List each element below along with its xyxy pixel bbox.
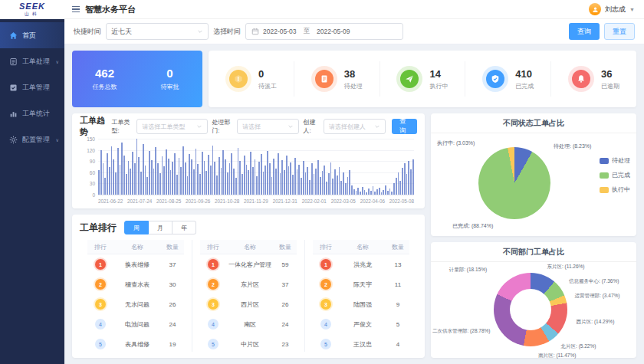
bar	[303, 161, 304, 195]
date-range-picker[interactable]: 2022-05-03 至 2022-05-09	[245, 23, 403, 40]
legend-item-待处理[interactable]: 待处理	[600, 156, 630, 165]
user-menu[interactable]: 刘志成 ▼	[589, 3, 635, 15]
select-placeholder: 请选择创建人	[329, 123, 366, 131]
bar	[396, 178, 397, 195]
donut-label: 二次供水管理部: (28.78%)	[432, 328, 491, 335]
pie-legend: 待处理已完成执行中	[600, 156, 630, 194]
y-axis-tick: 60	[80, 169, 95, 175]
sidebar-item-config-management[interactable]: 配置管理∨	[0, 126, 64, 152]
rank-badge: 4	[208, 319, 219, 330]
sidebar-item-home[interactable]: 首页	[0, 22, 64, 48]
bar	[360, 192, 361, 195]
task-card-item: 0待审批	[137, 67, 202, 91]
bar	[269, 163, 271, 195]
sidebar-item-order-management[interactable]: 工单管理	[0, 74, 64, 100]
sidebar-item-order-statistics[interactable]: 工单统计	[0, 100, 64, 126]
select-placeholder: 请选择	[242, 123, 261, 131]
order-statistics-icon	[9, 110, 18, 118]
ranking-tab-月[interactable]: 月	[149, 221, 172, 234]
sidebar: 首页工单处理∨工单管理工单统计配置管理∨	[0, 19, 64, 364]
rank-badge: 4	[320, 319, 331, 330]
bar	[126, 174, 127, 195]
value-cell: 24	[161, 321, 184, 328]
work-order-ranking-card: 工单排行 周月年 排行名称数量1换表维修372稽查水表303无水问题264电池问…	[72, 215, 425, 358]
bar	[199, 174, 201, 195]
quick-time-value: 近七天	[111, 27, 132, 37]
ranking-period-tabs: 周月年	[124, 221, 196, 234]
collapse-menu-icon[interactable]	[72, 6, 80, 13]
bar	[391, 192, 393, 195]
stat-label: 执行中	[429, 82, 448, 90]
bar	[273, 159, 274, 195]
table-header: 排行名称数量	[313, 240, 409, 254]
ranking-tab-周[interactable]: 周	[124, 221, 149, 234]
legend-item-执行中[interactable]: 执行中	[600, 185, 630, 194]
bar	[246, 165, 248, 195]
bar	[120, 165, 121, 195]
chevron-down-icon	[374, 123, 380, 130]
legend-item-已完成[interactable]: 已完成	[600, 171, 630, 179]
name-cell: 表具维修	[113, 340, 161, 349]
table-row: 5王汉忠4	[313, 334, 409, 354]
department-pie-card: 不同部门工单占比 东片区: (11.26%)信息服务中心: (7.36%)运营管…	[431, 242, 636, 358]
bell-icon	[572, 70, 590, 88]
sidebar-item-order-handling[interactable]: 工单处理∨	[0, 48, 64, 74]
table-row: 3陆国强9	[313, 294, 409, 314]
bar	[393, 183, 395, 195]
bar	[334, 169, 336, 195]
order-type-select[interactable]: 请选择工单类型	[136, 119, 208, 134]
stat-text: 38待处理	[344, 68, 363, 90]
svg-text:!: !	[237, 75, 239, 83]
bar	[98, 170, 100, 195]
bar	[128, 161, 130, 195]
table-row: 5表具维修19	[87, 334, 184, 354]
creator-select[interactable]: 请选择创建人	[324, 119, 386, 134]
col-name-header: 名称	[339, 243, 386, 251]
bar	[244, 156, 245, 195]
date-end: 2022-05-09	[317, 28, 350, 35]
reset-button[interactable]: 重置	[604, 23, 635, 40]
bar	[389, 189, 391, 195]
bar	[345, 183, 347, 195]
rank-cell: 4	[313, 319, 339, 330]
col-value-header: 数量	[161, 243, 184, 251]
sidebar-item-label: 工单统计	[22, 109, 50, 119]
stat-value: 14	[429, 68, 448, 80]
donut-label: 信息服务中心: (7.36%)	[569, 278, 619, 285]
y-axis-tick: 150	[80, 136, 95, 142]
rank-badge: 1	[95, 259, 106, 270]
bar	[406, 174, 408, 195]
rank-cell: 5	[200, 339, 226, 349]
x-axis-tick: 2021-06-22	[98, 198, 123, 204]
bar	[404, 163, 406, 195]
bar	[143, 144, 144, 195]
bar	[231, 153, 232, 195]
y-axis-tick: 0	[80, 192, 95, 198]
quick-time-select[interactable]: 近七天	[106, 23, 209, 40]
bar	[305, 172, 307, 195]
stat-icon-halo	[396, 66, 422, 92]
table-row: 2陈天宇11	[313, 274, 409, 294]
name-cell: 换表维修	[113, 261, 161, 269]
x-axis-tick: 2021-08-25	[156, 198, 181, 204]
name-cell: 西片区	[226, 300, 274, 309]
table-row: 4电池问题24	[87, 314, 184, 334]
table-row: 2稽查水表30	[87, 274, 184, 294]
gridline	[98, 195, 414, 195]
trend-header: 工单趋势 工单类型:请选择工单类型处理部门:请选择创建人:请选择创建人 查询	[80, 118, 417, 135]
bar	[364, 190, 366, 195]
paper-plane-icon	[400, 70, 419, 88]
pie-label: 执行中: (3.03%)	[437, 139, 475, 147]
department-select[interactable]: 请选择	[237, 119, 299, 134]
x-axis-tick: 2022-03-05	[331, 198, 356, 204]
rank-cell: 2	[313, 279, 339, 290]
name-cell: 电池问题	[113, 320, 161, 329]
donut-label: 计量部: (18.15%)	[449, 267, 488, 274]
chevron-down-icon	[288, 123, 294, 130]
ranking-tab-年[interactable]: 年	[172, 221, 196, 234]
search-button[interactable]: 查询	[569, 23, 600, 40]
value-cell: 26	[274, 301, 297, 308]
value-cell: 9	[386, 301, 409, 308]
col-rank-header: 排行	[87, 243, 113, 251]
trend-search-button[interactable]: 查询	[392, 119, 417, 134]
